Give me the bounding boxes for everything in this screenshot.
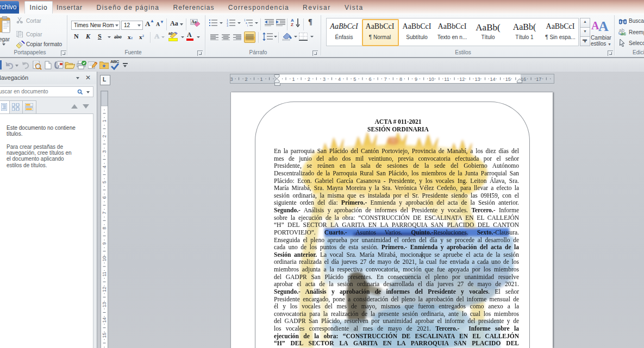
svg-text:11: 11 bbox=[102, 271, 107, 276]
svg-text:4: 4 bbox=[338, 77, 341, 82]
svg-text:2: 2 bbox=[308, 77, 310, 82]
svg-text:15: 15 bbox=[505, 77, 511, 82]
svg-text:9: 9 bbox=[415, 77, 417, 82]
svg-text:7: 7 bbox=[384, 77, 387, 82]
svg-text:11: 11 bbox=[444, 77, 449, 82]
svg-text:8: 8 bbox=[102, 227, 107, 230]
svg-text:5: 5 bbox=[353, 77, 356, 82]
svg-text:14: 14 bbox=[102, 317, 107, 322]
svg-text:1: 1 bbox=[292, 77, 295, 82]
svg-text:17: 17 bbox=[536, 77, 541, 82]
svg-text:2: 2 bbox=[102, 135, 107, 137]
svg-text:10: 10 bbox=[429, 77, 434, 82]
svg-text:15: 15 bbox=[102, 333, 107, 338]
svg-text:6: 6 bbox=[102, 196, 107, 199]
svg-text:6: 6 bbox=[368, 77, 371, 82]
svg-text:3: 3 bbox=[230, 77, 233, 82]
svg-text:3: 3 bbox=[227, 24, 228, 27]
svg-text:12: 12 bbox=[459, 77, 465, 82]
svg-text:9: 9 bbox=[102, 242, 107, 245]
svg-text:3: 3 bbox=[102, 150, 107, 153]
svg-text:2: 2 bbox=[245, 77, 247, 82]
svg-text:14: 14 bbox=[490, 77, 496, 82]
svg-text:7: 7 bbox=[102, 211, 107, 214]
svg-text:10: 10 bbox=[102, 256, 107, 262]
svg-text:4: 4 bbox=[102, 166, 107, 168]
svg-text:i: i bbox=[247, 24, 248, 27]
svg-text:3: 3 bbox=[323, 77, 326, 82]
svg-text:5: 5 bbox=[102, 181, 107, 184]
svg-text:1: 1 bbox=[260, 77, 262, 82]
svg-text:13: 13 bbox=[474, 77, 480, 82]
svg-text:12: 12 bbox=[102, 287, 107, 292]
svg-text:8: 8 bbox=[399, 77, 402, 82]
svg-text:13: 13 bbox=[102, 302, 107, 307]
svg-text:1: 1 bbox=[102, 119, 107, 122]
